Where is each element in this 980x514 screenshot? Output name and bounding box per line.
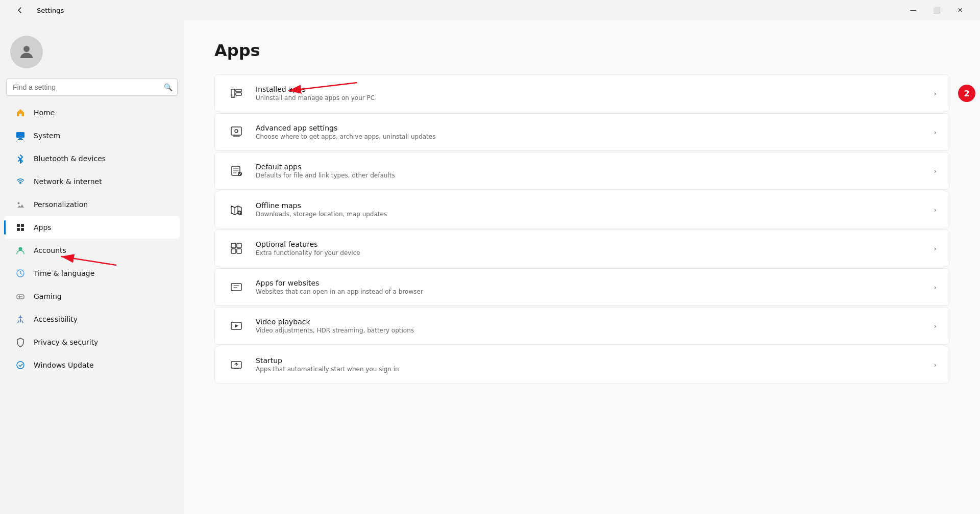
optional-features-title: Optional features xyxy=(256,240,924,248)
settings-item-startup[interactable]: Startup Apps that automatically start wh… xyxy=(214,346,949,383)
sidebar-item-update[interactable]: Windows Update xyxy=(4,354,180,376)
minimize-button[interactable]: — xyxy=(901,0,925,20)
svg-point-18 xyxy=(20,316,21,317)
svg-point-19 xyxy=(17,362,24,369)
advanced-apps-desc: Choose where to get apps, archive apps, … xyxy=(256,133,924,140)
installed-apps-icon xyxy=(227,84,246,102)
back-button[interactable] xyxy=(8,0,32,20)
sidebar-item-privacy[interactable]: Privacy & security xyxy=(4,331,180,353)
sidebar-item-personalization[interactable]: Personalization xyxy=(4,193,180,216)
video-playback-desc: Video adjustments, HDR streaming, batter… xyxy=(256,327,924,334)
settings-item-offline-maps[interactable]: Offline maps Downloads, storage location… xyxy=(214,191,949,228)
sidebar-item-network[interactable]: Network & internet xyxy=(4,170,180,193)
gaming-icon xyxy=(14,290,27,302)
avatar xyxy=(10,36,43,68)
sidebar-item-home[interactable]: Home xyxy=(4,101,180,124)
advanced-apps-icon xyxy=(227,123,246,141)
privacy-icon xyxy=(14,336,27,348)
svg-point-25 xyxy=(235,130,238,133)
startup-chevron: › xyxy=(934,361,937,369)
settings-item-installed-apps[interactable]: Installed apps Uninstall and manage apps… xyxy=(214,74,949,112)
svg-rect-11 xyxy=(17,228,20,231)
content-area: Apps Installed apps Uninstall and manage… xyxy=(184,20,980,514)
settings-item-default-apps[interactable]: Default apps Defaults for file and link … xyxy=(214,152,949,190)
search-box: 🔍 xyxy=(6,79,178,96)
svg-point-17 xyxy=(20,296,21,297)
offline-maps-desc: Downloads, storage location, map updates xyxy=(256,211,924,218)
sidebar-item-label-time: Time & language xyxy=(34,269,94,277)
home-icon xyxy=(14,107,27,119)
advanced-apps-title: Advanced app settings xyxy=(256,124,924,132)
sidebar-item-label-bluetooth: Bluetooth & devices xyxy=(34,155,106,163)
sidebar-item-label-update: Windows Update xyxy=(34,361,94,369)
svg-rect-31 xyxy=(231,249,236,253)
default-apps-icon xyxy=(227,162,246,180)
title-bar: Settings — ⬜ ✕ xyxy=(0,0,980,20)
sidebar-item-label-accounts: Accounts xyxy=(34,246,66,254)
settings-item-text-installed-apps: Installed apps Uninstall and manage apps… xyxy=(256,85,924,101)
optional-features-desc: Extra functionality for your device xyxy=(256,249,924,256)
system-icon xyxy=(14,130,27,142)
app-body: 🔍 Home xyxy=(0,20,980,514)
startup-icon xyxy=(227,355,246,374)
settings-item-apps-websites[interactable]: Apps for websites Websites that can open… xyxy=(214,268,949,306)
video-playback-title: Video playback xyxy=(256,318,924,326)
video-playback-icon xyxy=(227,317,246,335)
settings-item-text-optional-features: Optional features Extra functionality fo… xyxy=(256,240,924,256)
close-button[interactable]: ✕ xyxy=(948,0,972,20)
video-playback-chevron: › xyxy=(934,322,937,330)
settings-item-text-startup: Startup Apps that automatically start wh… xyxy=(256,356,924,373)
search-icon: 🔍 xyxy=(164,83,173,91)
svg-point-8 xyxy=(18,202,20,204)
settings-item-text-advanced-apps: Advanced app settings Choose where to ge… xyxy=(256,124,924,140)
sidebar-item-apps[interactable]: Apps 1 xyxy=(4,216,180,239)
svg-marker-35 xyxy=(235,324,238,327)
svg-rect-29 xyxy=(231,243,236,248)
update-icon xyxy=(14,359,27,371)
sidebar-item-system[interactable]: System xyxy=(4,124,180,147)
advanced-apps-chevron: › xyxy=(934,128,937,136)
offline-maps-chevron: › xyxy=(934,206,937,214)
settings-item-video-playback[interactable]: Video playback Video adjustments, HDR st… xyxy=(214,307,949,345)
search-input[interactable] xyxy=(6,79,178,96)
apps-websites-icon xyxy=(227,278,246,296)
startup-title: Startup xyxy=(256,356,924,365)
settings-item-optional-features[interactable]: Optional features Extra functionality fo… xyxy=(214,229,949,267)
sidebar-item-label-personalization: Personalization xyxy=(34,200,88,209)
sidebar: 🔍 Home xyxy=(0,20,184,514)
installed-apps-desc: Uninstall and manage apps on your PC xyxy=(256,94,924,101)
svg-rect-9 xyxy=(17,224,20,227)
offline-maps-icon xyxy=(227,200,246,219)
apps-websites-title: Apps for websites xyxy=(256,279,924,287)
apps-nav-icon xyxy=(14,221,27,234)
bluetooth-icon xyxy=(14,152,27,165)
settings-item-text-offline-maps: Offline maps Downloads, storage location… xyxy=(256,201,924,218)
svg-rect-24 xyxy=(231,127,241,135)
svg-point-16 xyxy=(21,296,22,297)
window-controls: — ⬜ ✕ xyxy=(901,0,972,20)
sidebar-item-bluetooth[interactable]: Bluetooth & devices xyxy=(4,147,180,170)
sidebar-item-label-accessibility: Accessibility xyxy=(34,315,78,323)
maximize-button[interactable]: ⬜ xyxy=(925,0,948,20)
sidebar-item-accounts[interactable]: Accounts xyxy=(4,239,180,262)
optional-features-icon xyxy=(227,239,246,258)
installed-apps-title: Installed apps xyxy=(256,85,924,93)
sidebar-item-time[interactable]: Time & language xyxy=(4,262,180,285)
svg-rect-32 xyxy=(237,249,241,253)
apps-websites-desc: Websites that can open in an app instead… xyxy=(256,288,924,295)
svg-rect-6 xyxy=(19,138,22,139)
sidebar-item-gaming[interactable]: Gaming xyxy=(4,285,180,307)
offline-maps-title: Offline maps xyxy=(256,201,924,210)
nav-items: Home System xyxy=(0,101,184,514)
svg-rect-10 xyxy=(21,224,24,227)
sidebar-item-label-gaming: Gaming xyxy=(34,292,62,300)
startup-desc: Apps that automatically start when you s… xyxy=(256,366,924,373)
time-icon xyxy=(14,267,27,279)
svg-point-23 xyxy=(233,96,234,97)
sidebar-item-label-network: Network & internet xyxy=(34,177,102,186)
settings-item-advanced-apps[interactable]: Advanced app settings Choose where to ge… xyxy=(214,113,949,151)
svg-rect-22 xyxy=(236,93,241,95)
network-icon xyxy=(14,175,27,188)
sidebar-item-accessibility[interactable]: Accessibility xyxy=(4,308,180,330)
sidebar-item-label-home: Home xyxy=(34,109,55,117)
